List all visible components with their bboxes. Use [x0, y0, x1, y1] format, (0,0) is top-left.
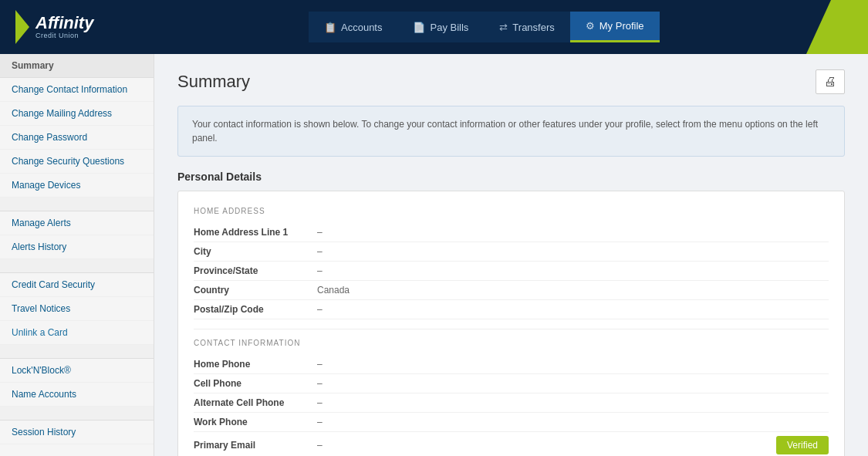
transfers-icon: ⇄	[499, 22, 508, 33]
sidebar-item-lockn-block[interactable]: Lock'N'Block®	[0, 359, 154, 383]
detail-label: Postal/Zip Code	[194, 304, 317, 315]
home-address-section-title: HOME ADDRESS	[194, 207, 829, 215]
logo-sub: Credit Union	[35, 32, 93, 39]
sidebar-item-alerts-history[interactable]: Alerts History	[0, 235, 154, 259]
my-profile-icon: ⚙	[586, 20, 595, 32]
logo: Affinity Credit Union	[35, 15, 93, 39]
detail-label: City	[194, 246, 317, 257]
print-button[interactable]: 🖨	[816, 69, 845, 94]
tab-pay-bills[interactable]: 📄 Pay Bills	[397, 12, 484, 42]
layout: Summary Change Contact Information Chang…	[0, 54, 868, 456]
detail-label: Province/State	[194, 265, 317, 276]
sidebar-item-session-history[interactable]: Session History	[0, 421, 154, 444]
header: Affinity Credit Union 📋 Accounts 📄 Pay B…	[0, 0, 868, 54]
print-icon: 🖨	[824, 75, 836, 88]
sidebar-item-change-security[interactable]: Change Security Questions	[0, 150, 154, 174]
contact-info-section-title: CONTACT INFORMATION	[194, 339, 829, 347]
section-divider	[194, 329, 829, 329]
sidebar-item-name-accounts[interactable]: Name Accounts	[0, 383, 154, 407]
table-row: Work Phone –	[194, 413, 829, 432]
logo-text: Affinity	[35, 13, 93, 32]
info-box: Your contact information is shown below.…	[177, 106, 845, 157]
verified-button[interactable]: Verified	[776, 436, 829, 454]
sidebar-item-unlink-card[interactable]: Unlink a Card	[0, 321, 154, 345]
tab-pay-bills-label: Pay Bills	[430, 22, 468, 33]
table-row: Postal/Zip Code –	[194, 300, 829, 319]
verified-badge-area: Verified	[776, 436, 829, 454]
table-row: Cell Phone –	[194, 374, 829, 394]
sidebar-divider-1	[0, 198, 154, 211]
sidebar-item-manage-devices[interactable]: Manage Devices	[0, 174, 154, 198]
tab-accounts[interactable]: 📋 Accounts	[309, 12, 397, 42]
main-header: Summary 🖨	[177, 69, 845, 94]
sidebar-item-change-mailing[interactable]: Change Mailing Address	[0, 102, 154, 126]
sidebar-item-credit-card-security[interactable]: Credit Card Security	[0, 273, 154, 297]
detail-value: –	[317, 359, 829, 370]
detail-value: –	[317, 227, 829, 238]
detail-label: Work Phone	[194, 417, 317, 427]
detail-value: –	[317, 304, 829, 315]
tab-my-profile[interactable]: ⚙ My Profile	[570, 12, 660, 42]
detail-label: Alternate Cell Phone	[194, 397, 317, 408]
detail-value: –	[317, 246, 829, 257]
detail-value: –	[317, 397, 829, 408]
tab-my-profile-label: My Profile	[599, 20, 644, 32]
tab-accounts-label: Accounts	[341, 22, 382, 33]
sidebar-divider-3	[0, 345, 154, 359]
personal-details-title: Personal Details	[177, 171, 845, 183]
table-row: Country Canada	[194, 281, 829, 300]
sidebar-item-manage-alerts[interactable]: Manage Alerts	[0, 211, 154, 235]
detail-label: Country	[194, 285, 317, 296]
table-row: Province/State –	[194, 262, 829, 281]
logo-chevron-icon	[15, 10, 29, 44]
table-row: Primary Email – Verified	[194, 432, 829, 456]
main-content: Summary 🖨 Your contact information is sh…	[154, 54, 868, 456]
tab-transfers-label: Transfers	[512, 22, 554, 33]
detail-label: Home Address Line 1	[194, 227, 317, 238]
table-row: Alternate Cell Phone –	[194, 394, 829, 413]
sidebar-item-travel-notices[interactable]: Travel Notices	[0, 297, 154, 321]
logo-area: Affinity Credit Union	[0, 10, 154, 44]
detail-value: –	[317, 378, 829, 389]
pay-bills-icon: 📄	[413, 22, 425, 33]
page-title: Summary	[177, 72, 250, 92]
detail-label: Home Phone	[194, 359, 317, 370]
table-row: City –	[194, 242, 829, 262]
nav-tabs: 📋 Accounts 📄 Pay Bills ⇄ Transfers ⚙ My …	[309, 12, 660, 42]
details-card: HOME ADDRESS Home Address Line 1 – City …	[177, 191, 845, 456]
detail-label: Cell Phone	[194, 378, 317, 389]
detail-value: –	[317, 417, 829, 427]
detail-label: Primary Email	[194, 440, 317, 451]
sidebar-divider-2	[0, 259, 154, 273]
sidebar-item-change-password[interactable]: Change Password	[0, 126, 154, 150]
detail-value: Canada	[317, 285, 829, 296]
detail-value: –	[317, 440, 776, 451]
header-corner-decoration	[806, 0, 868, 54]
tab-transfers[interactable]: ⇄ Transfers	[484, 12, 569, 42]
sidebar-summary-title: Summary	[0, 54, 154, 78]
table-row: Home Address Line 1 –	[194, 223, 829, 242]
sidebar-item-change-contact[interactable]: Change Contact Information	[0, 78, 154, 102]
accounts-icon: 📋	[324, 22, 336, 33]
detail-value: –	[317, 265, 829, 276]
sidebar: Summary Change Contact Information Chang…	[0, 54, 154, 456]
sidebar-divider-4	[0, 407, 154, 421]
table-row: Home Phone –	[194, 355, 829, 374]
